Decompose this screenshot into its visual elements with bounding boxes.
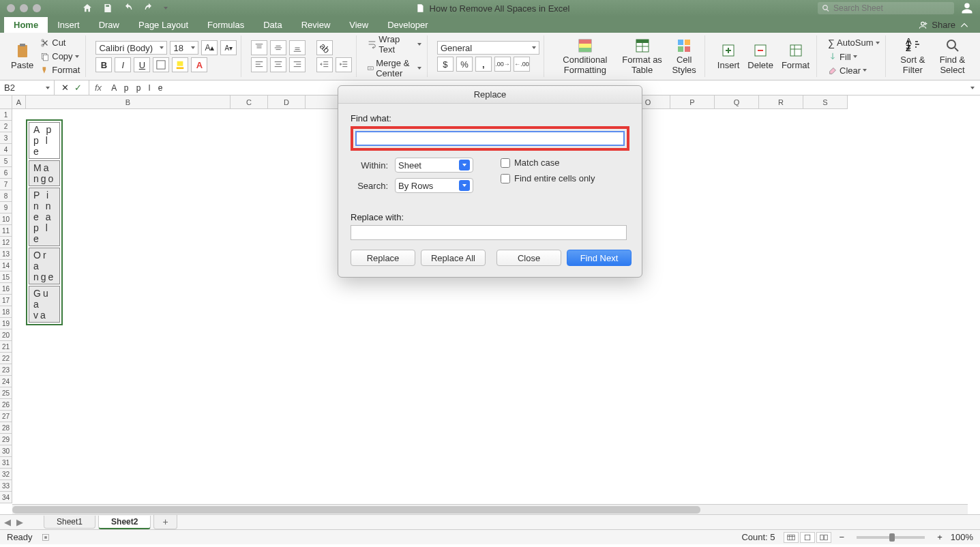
normal-view-icon[interactable] [784, 532, 799, 543]
row-header-25[interactable]: 25 [0, 387, 12, 399]
merge-center-button[interactable]: Merge & Center [366, 57, 423, 79]
close-window-icon[interactable] [7, 4, 15, 12]
row-header-30[interactable]: 30 [0, 445, 12, 457]
clear-button[interactable]: Clear [827, 65, 880, 76]
align-bottom-icon[interactable] [289, 40, 306, 55]
find-select-button[interactable]: Find & Select [933, 36, 972, 76]
close-button[interactable]: Close [496, 250, 561, 266]
zoom-out-icon[interactable]: − [840, 532, 845, 542]
align-middle-icon[interactable] [270, 40, 286, 55]
increase-indent-icon[interactable] [336, 57, 352, 72]
row-header-11[interactable]: 11 [0, 225, 12, 237]
row-header-19[interactable]: 19 [0, 318, 12, 329]
find-next-button[interactable]: Find Next [567, 250, 632, 266]
row-header-14[interactable]: 14 [0, 260, 12, 271]
tab-view[interactable]: View [340, 17, 378, 33]
within-select[interactable]: Sheet [395, 158, 473, 173]
tab-home[interactable]: Home [4, 17, 48, 33]
tab-review[interactable]: Review [292, 17, 340, 33]
tab-formulas[interactable]: Formulas [198, 17, 254, 33]
fill-color-icon[interactable] [172, 57, 188, 72]
row-header-3[interactable]: 3 [0, 132, 12, 144]
row-header-26[interactable]: 26 [0, 399, 12, 411]
row-header-22[interactable]: 22 [0, 353, 12, 364]
row-header-29[interactable]: 29 [0, 434, 12, 445]
format-painter-button[interactable]: Format [39, 64, 81, 76]
col-header-C[interactable]: C [231, 95, 268, 109]
tab-developer[interactable]: Developer [378, 17, 437, 33]
copy-button[interactable]: Copy [39, 50, 81, 62]
tab-nav-prev-icon[interactable]: ◀ [3, 518, 12, 527]
sheet-tab-sheet2[interactable]: Sheet2 [98, 516, 151, 529]
row-header-7[interactable]: 7 [0, 179, 12, 190]
cell-styles-button[interactable]: Cell Styles [668, 36, 700, 76]
decrease-decimal-icon[interactable]: ←.00 [514, 57, 530, 72]
row-header-21[interactable]: 21 [0, 341, 12, 353]
user-icon[interactable] [961, 2, 973, 14]
find-what-input[interactable] [355, 131, 625, 146]
decrease-indent-icon[interactable] [316, 57, 333, 72]
format-cells-button[interactable]: Format [779, 41, 812, 72]
wrap-text-button[interactable]: Wrap Text [366, 33, 423, 55]
cell-b4[interactable]: P i n n e a p l e [29, 188, 60, 246]
zoom-level[interactable]: 100% [951, 532, 973, 542]
align-top-icon[interactable] [251, 40, 267, 55]
col-header-D[interactable]: D [268, 95, 306, 109]
tab-draw[interactable]: Draw [89, 17, 129, 33]
row-header-1[interactable]: 1 [0, 109, 12, 121]
col-header-S[interactable]: S [803, 95, 848, 109]
page-layout-view-icon[interactable] [800, 532, 815, 543]
entire-cells-checkbox[interactable] [501, 174, 510, 183]
row-header-2[interactable]: 2 [0, 121, 12, 132]
row-header-28[interactable]: 28 [0, 422, 12, 434]
col-header-P[interactable]: P [670, 95, 715, 109]
replace-button[interactable]: Replace [351, 250, 415, 266]
row-header-6[interactable]: 6 [0, 167, 12, 179]
row-header-17[interactable]: 17 [0, 295, 12, 306]
align-center-icon[interactable] [270, 57, 286, 72]
bold-icon[interactable]: B [95, 57, 112, 72]
row-header-27[interactable]: 27 [0, 411, 12, 422]
align-left-icon[interactable] [251, 57, 267, 72]
col-header-B[interactable]: B [26, 95, 231, 109]
col-header-A[interactable]: A [12, 95, 26, 109]
italic-icon[interactable]: I [115, 57, 131, 72]
paste-button[interactable]: Paste [8, 41, 36, 72]
font-size-select[interactable]: 18 [170, 41, 198, 55]
zoom-in-icon[interactable]: + [937, 532, 942, 542]
row-header-8[interactable]: 8 [0, 190, 12, 202]
increase-decimal-icon[interactable]: .00→ [494, 57, 511, 72]
percent-icon[interactable]: % [456, 57, 473, 72]
orientation-icon[interactable]: ab [316, 40, 333, 55]
font-name-select[interactable]: Calibri (Body) [95, 41, 167, 55]
sheet-tab-sheet1[interactable]: Sheet1 [44, 516, 95, 529]
replace-all-button[interactable]: Replace All [421, 250, 486, 266]
comma-icon[interactable]: , [475, 57, 492, 72]
row-header-5[interactable]: 5 [0, 156, 12, 167]
cell-b2[interactable]: A p p l e [29, 122, 60, 159]
row-header-18[interactable]: 18 [0, 306, 12, 318]
cancel-formula-icon[interactable]: ✕ [61, 83, 69, 93]
border-icon[interactable] [153, 57, 169, 72]
row-header-4[interactable]: 4 [0, 144, 12, 156]
conditional-formatting-button[interactable]: Conditional Formatting [554, 36, 617, 76]
tab-insert[interactable]: Insert [48, 17, 89, 33]
cell-b5[interactable]: Or a nge [29, 248, 60, 284]
expand-formula-bar-icon[interactable] [970, 87, 975, 89]
row-header-32[interactable]: 32 [0, 469, 12, 480]
row-headers[interactable]: 1234567891011121314151617181920212223242… [0, 109, 12, 503]
increase-font-icon[interactable]: A▴ [201, 40, 218, 55]
row-header-23[interactable]: 23 [0, 364, 12, 376]
name-box[interactable]: B2 [0, 80, 55, 95]
cell-b3[interactable]: Ma ngo [29, 160, 60, 186]
search-input[interactable] [833, 3, 950, 13]
insert-cells-button[interactable]: Insert [715, 41, 743, 72]
row-header-12[interactable]: 12 [0, 237, 12, 248]
tab-page-layout[interactable]: Page Layout [129, 17, 198, 33]
selection-range[interactable]: A p p l e Ma ngo P i n n e a p l e Or a … [26, 119, 63, 325]
format-as-table-button[interactable]: Format as Table [619, 36, 666, 76]
tab-nav-next-icon[interactable]: ▶ [15, 518, 25, 527]
col-header-Q[interactable]: Q [715, 95, 759, 109]
add-sheet-button[interactable]: + [153, 515, 177, 529]
save-icon[interactable] [102, 3, 113, 14]
